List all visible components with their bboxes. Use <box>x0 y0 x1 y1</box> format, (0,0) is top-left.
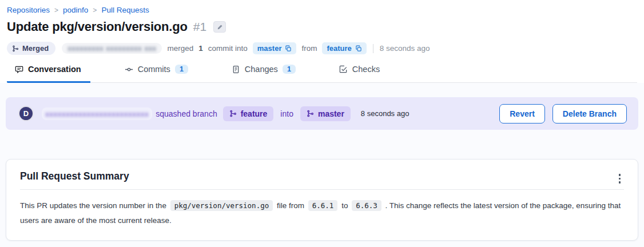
tab-label: Checks <box>352 65 380 74</box>
tab-content: D xxxxxxxxxxxxxxxxxxxxxxxxx squashed bra… <box>0 83 644 247</box>
head-branch-chip[interactable]: feature <box>322 42 366 54</box>
pull-request-page: Repositories > podinfo > Pull Requests U… <box>0 0 644 247</box>
tab-bar: Conversation Commits 1 Changes 1 <box>7 65 637 83</box>
base-branch-name: master <box>318 109 344 118</box>
breadcrumb-separator: > <box>93 6 97 14</box>
page-header: Repositories > podinfo > Pull Requests U… <box>0 0 644 83</box>
card-body: This PR updates the version number in th… <box>20 198 624 229</box>
head-branch-name: feature <box>241 109 268 118</box>
merged-event-banner: D xxxxxxxxxxxxxxxxxxxxxxxxx squashed bra… <box>6 97 638 130</box>
title-row: Update pkg/version/version.go #1 <box>7 19 637 34</box>
meta-divider <box>373 44 373 53</box>
commit-icon <box>125 65 133 74</box>
changes-count-badge: 1 <box>283 65 296 74</box>
tab-label: Commits <box>138 65 170 74</box>
breadcrumb: Repositories > podinfo > Pull Requests <box>7 6 637 14</box>
git-merge-icon <box>307 110 314 117</box>
kebab-menu-button[interactable] <box>615 172 625 186</box>
tab-conversation[interactable]: Conversation <box>7 65 90 83</box>
banner-action-text: squashed branch <box>156 109 217 118</box>
author-redacted: xxxxxxxxx xxxxxxxxx xxx <box>62 43 162 54</box>
breadcrumb-repositories[interactable]: Repositories <box>7 6 50 14</box>
git-merge-icon <box>229 110 237 117</box>
head-branch-name: feature <box>327 44 351 53</box>
pr-meta-row: Merged xxxxxxxxx xxxxxxxxx xxx merged 1 … <box>7 42 637 55</box>
base-branch-chip[interactable]: master <box>253 42 297 54</box>
card-divider <box>20 189 624 190</box>
breadcrumb-pull-requests[interactable]: Pull Requests <box>101 6 149 14</box>
delete-branch-button[interactable]: Delete Branch <box>552 104 627 124</box>
breadcrumb-separator: > <box>54 6 58 14</box>
tab-changes[interactable]: Changes 1 <box>224 65 305 83</box>
body-text: file from <box>275 201 307 210</box>
card-header: Pull Request Summary <box>20 170 624 189</box>
merged-text-pre: merged <box>167 44 193 53</box>
comment-icon <box>15 65 23 74</box>
body-text: This PR updates the version number in th… <box>20 201 169 210</box>
copy-icon[interactable] <box>355 45 362 52</box>
avatar[interactable]: D <box>18 106 34 121</box>
status-label: Merged <box>22 44 49 53</box>
file-icon <box>232 65 240 74</box>
revert-button[interactable]: Revert <box>499 104 545 124</box>
base-branch-name: master <box>257 44 282 53</box>
merged-text-post: commit into <box>208 44 248 53</box>
copy-icon[interactable] <box>285 45 292 52</box>
pr-summary-card: Pull Request Summary This PR updates the… <box>6 159 638 241</box>
merged-time-ago: 8 seconds ago <box>380 44 430 53</box>
inline-code: 6.6.1 <box>308 200 338 211</box>
page-title: Update pkg/version/version.go <box>7 19 188 34</box>
git-merge-icon <box>12 45 19 52</box>
base-branch-chip-banner[interactable]: master <box>300 106 351 121</box>
inline-code: 6.6.3 <box>352 200 381 211</box>
actor-redacted: xxxxxxxxxxxxxxxxxxxxxxxxx <box>42 107 152 120</box>
pr-number: #1 <box>193 20 206 34</box>
status-badge: Merged <box>7 42 55 55</box>
from-label: from <box>301 44 317 53</box>
breadcrumb-podinfo[interactable]: podinfo <box>63 6 88 14</box>
inline-code: pkg/version/version.go <box>170 200 273 211</box>
tab-commits[interactable]: Commits 1 <box>117 65 197 83</box>
commits-count-badge: 1 <box>175 65 188 74</box>
edit-title-button[interactable] <box>213 21 226 33</box>
body-text: to <box>339 201 350 210</box>
pencil-icon <box>217 24 223 30</box>
tab-checks[interactable]: Checks <box>331 65 389 83</box>
card-title: Pull Request Summary <box>20 170 129 189</box>
head-branch-chip-banner[interactable]: feature <box>223 106 274 121</box>
banner-actions: Revert Delete Branch <box>499 104 627 124</box>
checklist-icon <box>339 65 348 74</box>
banner-time-ago: 8 seconds ago <box>361 109 410 118</box>
tab-label: Changes <box>245 65 278 74</box>
into-label: into <box>280 109 293 118</box>
tab-label: Conversation <box>28 65 81 74</box>
commit-count: 1 <box>198 44 203 53</box>
